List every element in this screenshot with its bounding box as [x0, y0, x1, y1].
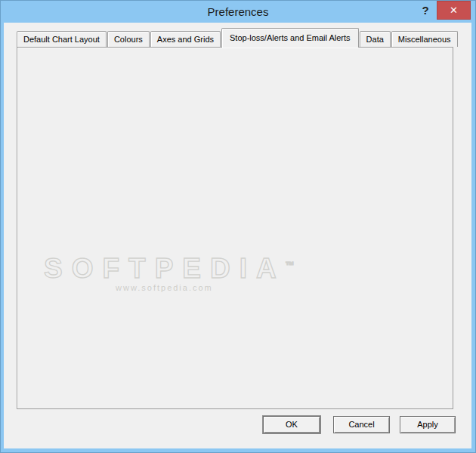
tab-data[interactable]: Data — [360, 31, 391, 47]
title-bar[interactable]: Preferences ? ✕ — [0, 0, 476, 23]
preferences-dialog: Preferences ? ✕ Default Chart Layout Col… — [0, 0, 476, 453]
tab-colours[interactable]: Colours — [107, 31, 150, 47]
tab-default-chart-layout[interactable]: Default Chart Layout — [17, 31, 107, 47]
close-icon: ✕ — [450, 5, 458, 16]
tab-axes-and-grids[interactable]: Axes and Grids — [150, 31, 221, 47]
tab-strip: Default Chart Layout Colours Axes and Gr… — [17, 29, 459, 47]
help-button[interactable]: ? — [417, 0, 434, 21]
tab-panel-stop-loss-alerts — [17, 47, 453, 409]
ok-button[interactable]: OK — [263, 416, 320, 433]
window-title: Preferences — [0, 0, 476, 23]
tab-stop-loss-alerts-email-alerts[interactable]: Stop-loss/Alerts and Email Alerts — [221, 28, 359, 48]
dialog-client-area: Default Chart Layout Colours Axes and Gr… — [4, 23, 471, 448]
tab-miscellaneous[interactable]: Miscellaneous — [391, 31, 458, 47]
cancel-button[interactable]: Cancel — [333, 416, 390, 433]
help-icon: ? — [422, 4, 428, 17]
close-button[interactable]: ✕ — [437, 1, 471, 20]
apply-button[interactable]: Apply — [400, 416, 456, 433]
